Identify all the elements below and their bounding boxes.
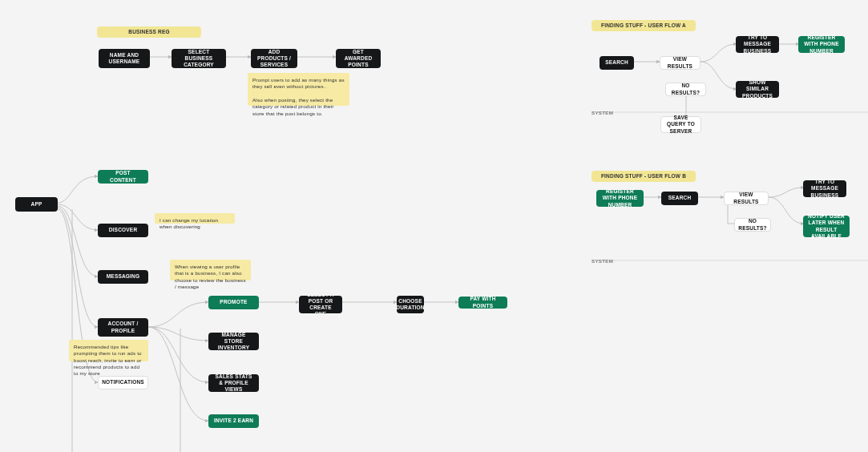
node-invite-earn[interactable]: INVITE 2 EARN (208, 414, 259, 428)
node-register-phone-b[interactable]: REGISTER WITH PHONE NUMBER (596, 190, 644, 207)
node-show-similar-products[interactable]: SHOW SIMILAR PRODUCTS (736, 81, 779, 98)
sticky-messaging-note[interactable]: When viewing a user profile that is a bu… (170, 260, 251, 280)
node-add-products-services[interactable]: ADD PRODUCTS / SERVICES (251, 49, 297, 68)
node-post-content[interactable]: POST CONTENT (98, 170, 148, 184)
node-view-results-b[interactable]: VIEW RESULTS (724, 192, 769, 205)
node-get-awarded-points[interactable]: GET AWARDED POINTS (336, 49, 381, 68)
sticky-discover-note[interactable]: I can change my location when discoverin… (155, 213, 235, 224)
node-notify-user-later[interactable]: NOTIFY USER LATER WHEN RESULT AVAILABLE (803, 216, 850, 237)
title-flow-a: FINDING STUFF - USER FLOW A (591, 20, 696, 31)
node-search-a[interactable]: SEARCH (600, 56, 634, 70)
node-name-username[interactable]: NAME AND USERNAME (99, 49, 150, 68)
system-label-b: SYSTEM (591, 258, 613, 264)
node-promote[interactable]: PROMOTE (208, 296, 259, 309)
node-manage-store-inventory[interactable]: MANAGE STORE INVENTORY (208, 333, 259, 350)
node-try-message-a[interactable]: TRY TO MESSAGE BUSINESS (736, 36, 779, 53)
node-view-results-a[interactable]: VIEW RESULTS (660, 56, 700, 70)
title-business-reg: BUSINESS REG (97, 26, 201, 38)
node-messaging[interactable]: MESSAGING (98, 270, 148, 284)
node-select-post-create[interactable]: SELECT A POST OR CREATE ONE (299, 296, 342, 313)
node-discover[interactable]: DISCOVER (98, 224, 148, 237)
node-save-query-server[interactable]: SAVE QUERY TO SERVER (660, 116, 701, 133)
node-sales-stats-views[interactable]: SALES STATS & PROFILE VIEWS (208, 374, 259, 392)
node-pay-with-points[interactable]: PAY WITH POINTS (458, 297, 507, 309)
sticky-add-products-note[interactable]: Prompt users to add as many things as th… (248, 73, 349, 106)
node-try-message-b[interactable]: TRY TO MESSAGE BUSINESS (803, 180, 846, 197)
node-choose-duration[interactable]: CHOOSE DURATION (397, 296, 424, 313)
sticky-account-tips[interactable]: Recommended tips like prompting them to … (69, 340, 148, 361)
system-label-a: SYSTEM (591, 110, 613, 115)
title-flow-b: FINDING STUFF - USER FLOW B (591, 171, 696, 182)
node-no-results-a[interactable]: NO RESULTS? (665, 83, 706, 96)
node-account-profile[interactable]: ACCOUNT / PROFILE (98, 318, 148, 337)
node-no-results-b[interactable]: NO RESULTS? (734, 218, 771, 232)
node-notifications[interactable]: NOTIFICATIONS (98, 376, 148, 389)
node-search-b[interactable]: SEARCH (661, 192, 698, 205)
node-select-business-category[interactable]: SELECT BUSINESS CATEGORY (172, 49, 226, 68)
node-app[interactable]: APP (15, 197, 58, 212)
node-register-phone-a[interactable]: REGISTER WITH PHONE NUMBER (798, 36, 845, 53)
